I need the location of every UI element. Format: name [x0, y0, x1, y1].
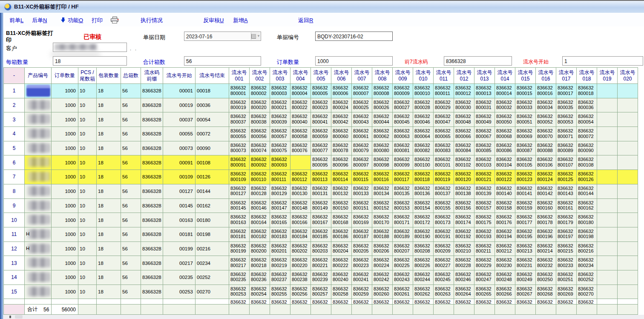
cell-serial-start[interactable]: 00163 — [163, 213, 196, 227]
cell-serial-start[interactable]: 00055 — [163, 127, 196, 141]
cell-serial-004[interactable]: 836632 800256 — [290, 285, 311, 299]
cell-product-code[interactable] — [25, 112, 52, 127]
cell-serial-009[interactable]: 836632 800081 — [393, 141, 413, 156]
cell-serial-prefix[interactable]: 8366328 — [141, 127, 163, 141]
cell-serial-004[interactable]: 836632 800130 — [290, 184, 311, 199]
cell-serial-016[interactable]: 836632 800160 — [536, 199, 556, 213]
cell-serial-015[interactable]: 836632 800069 — [515, 127, 536, 141]
cell-pcs-tail-box[interactable]: 10 — [78, 242, 97, 256]
cell-serial-017[interactable]: 836632 800161 — [556, 199, 577, 213]
cell-serial-020[interactable] — [618, 141, 638, 156]
cell-serial-start[interactable]: 00091 — [163, 155, 196, 170]
cell-serial-020[interactable] — [618, 199, 638, 213]
cell-serial-013[interactable]: 836632 800229 — [474, 256, 495, 270]
cell-serial-015[interactable]: 836632 800177 — [515, 213, 536, 227]
cell-serial-start[interactable]: 00037 — [163, 112, 196, 127]
cell-serial-005[interactable]: 836632 800185 — [311, 227, 331, 242]
cell-serial-008[interactable]: 836632 800026 — [372, 98, 393, 113]
cell-serial-001[interactable]: 836632 800181 — [229, 227, 250, 242]
cell-serial-018[interactable]: 836632 800108 — [577, 155, 597, 170]
cell-serial-018[interactable]: 836632 800216 — [577, 242, 597, 256]
cell-serial-007[interactable]: 836632 800223 — [352, 256, 372, 270]
cell-serial-003[interactable]: 836632 800219 — [270, 256, 290, 270]
cell-serial-008[interactable]: 836632 800188 — [372, 227, 393, 242]
prev-doc-button[interactable]: 前单L — [9, 17, 23, 24]
cell-serial-019[interactable] — [597, 199, 618, 213]
cell-serial-start[interactable]: 00145 — [163, 199, 196, 213]
cell-serial-012[interactable]: 836632 800156 — [454, 199, 474, 213]
cell-serial-008[interactable]: 836632 800170 — [372, 213, 393, 227]
cell-order-qty[interactable]: 1000 — [52, 155, 78, 170]
cell-serial-end[interactable]: 00090 — [196, 141, 229, 156]
cell-serial-014[interactable]: 836632 800176 — [495, 213, 515, 227]
cell-serial-017[interactable]: 836632 800251 — [556, 270, 577, 285]
cell-serial-018[interactable]: 836632 800036 — [577, 98, 597, 113]
cell-product-code[interactable] — [25, 199, 52, 213]
cell-serial-006[interactable]: 836632 800114 — [331, 170, 352, 184]
cell-pcs-tail-box[interactable]: 10 — [78, 256, 97, 270]
cell-pack-qty[interactable]: 18 — [97, 170, 121, 184]
cell-total-boxes[interactable]: 56 — [121, 270, 141, 285]
cell-serial-007[interactable]: 836632 800133 — [352, 184, 372, 199]
cell-serial-007[interactable]: 836632 800151 — [352, 199, 372, 213]
cell-pack-qty[interactable]: 18 — [97, 155, 121, 170]
cell-pack-qty[interactable]: 18 — [97, 227, 121, 242]
cell-serial-020[interactable] — [618, 98, 638, 113]
cell-serial-009[interactable]: 836632 800009 — [393, 84, 413, 98]
cell-serial-012[interactable]: 836632 800048 — [454, 112, 474, 127]
cell-serial-002[interactable]: 836632 800038 — [250, 112, 270, 127]
cell-serial-013[interactable]: 836632 800049 — [474, 112, 495, 127]
cell-serial-009[interactable]: 836632 800171 — [393, 213, 413, 227]
cell-order-qty[interactable]: 1000 — [52, 127, 78, 141]
cell-serial-012[interactable]: 836632 800012 — [454, 84, 474, 98]
cell-serial-001[interactable]: 836632 800199 — [229, 242, 250, 256]
cell-serial-015[interactable]: 836632 800051 — [515, 112, 536, 127]
cell-serial-010[interactable]: 836632 800136 — [413, 184, 434, 199]
cell-serial-012[interactable]: 836632 800084 — [454, 141, 474, 156]
cell-serial-020[interactable] — [618, 213, 638, 227]
cell-serial-012[interactable]: 836632 800228 — [454, 256, 474, 270]
cell-serial-018[interactable]: 836632 800234 — [577, 256, 597, 270]
cell-serial-003[interactable]: 836632 800129 — [270, 184, 290, 199]
cell-serial-017[interactable]: 836632 800053 — [556, 112, 577, 127]
cell-serial-003[interactable]: 836632 800147 — [270, 199, 290, 213]
cell-serial-004[interactable]: 836632 800076 — [290, 141, 311, 156]
cell-serial-016[interactable]: 836632 800016 — [536, 84, 556, 98]
cell-serial-020[interactable] — [618, 170, 638, 184]
cell-pcs-tail-box[interactable]: 10 — [78, 98, 97, 113]
cell-pcs-tail-box[interactable]: 10 — [78, 155, 97, 170]
cell-total-boxes[interactable]: 56 — [121, 155, 141, 170]
cell-serial-005[interactable]: 836632 800023 — [311, 98, 331, 113]
cell-serial-017[interactable]: 836632 800125 — [556, 170, 577, 184]
cell-serial-017[interactable]: 836632 800197 — [556, 227, 577, 242]
cell-serial-007[interactable]: 836632 800061 — [352, 127, 372, 141]
cell-serial-end[interactable]: 00270 — [196, 285, 229, 299]
cell-serial-001[interactable]: 836632 800217 — [229, 256, 250, 270]
cell-row-number[interactable]: 9 — [4, 199, 25, 213]
cell-serial-prefix[interactable]: 8366328 — [141, 256, 163, 270]
cell-pack-qty[interactable]: 18 — [97, 127, 121, 141]
cell-serial-009[interactable]: 836632 800243 — [393, 270, 413, 285]
cell-serial-005[interactable]: 836632 800203 — [311, 242, 331, 256]
cell-serial-009[interactable]: 836632 800207 — [393, 242, 413, 256]
cell-serial-017[interactable]: 836632 800179 — [556, 213, 577, 227]
execution-status-button[interactable]: 执行情况 — [141, 17, 163, 24]
cell-serial-019[interactable] — [597, 98, 618, 113]
cell-product-code[interactable] — [25, 256, 52, 270]
cell-serial-019[interactable] — [597, 141, 618, 156]
cell-serial-005[interactable]: 836632 800167 — [311, 213, 331, 227]
cell-row-number[interactable]: 7 — [4, 170, 25, 184]
cell-serial-010[interactable]: 836632 800028 — [413, 98, 434, 113]
cell-product-code[interactable] — [25, 155, 52, 170]
horizontal-scrollbar[interactable] — [3, 315, 644, 319]
cell-serial-008[interactable]: 836632 800044 — [372, 112, 393, 127]
cell-serial-003[interactable]: 836632 800093 — [270, 155, 290, 170]
cell-serial-008[interactable]: 836632 800260 — [372, 285, 393, 299]
cell-serial-014[interactable]: 836632 800086 — [495, 141, 515, 156]
cell-serial-015[interactable]: 836632 800159 — [515, 199, 536, 213]
cell-serial-prefix[interactable]: 8366328 — [141, 112, 163, 127]
cell-serial-009[interactable]: 836632 800135 — [393, 184, 413, 199]
cell-serial-006[interactable]: 836632 800150 — [331, 199, 352, 213]
cell-serial-001[interactable]: 836632 800145 — [229, 199, 250, 213]
cell-product-code[interactable] — [25, 184, 52, 199]
